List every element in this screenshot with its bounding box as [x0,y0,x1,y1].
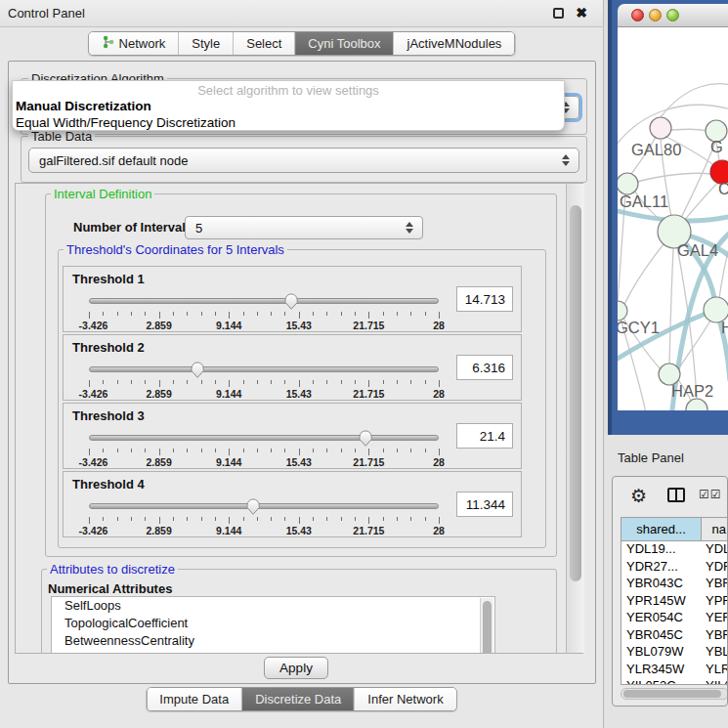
slider-tick [103,517,104,521]
slider-tick [355,517,356,521]
apply-button[interactable]: Apply [264,657,328,679]
bottom-tab-discretize-data[interactable]: Discretize Data [242,688,355,710]
network-node-label: GCY1 [618,319,660,336]
tab-cyni-toolbox[interactable]: Cyni Toolbox [295,32,394,55]
slider-tick-label: 15.43 [286,388,312,400]
slider-tick [159,449,160,455]
attribute-list-item[interactable]: SelfLoops [52,597,494,615]
slider-tick [383,312,384,316]
table-row[interactable]: YBL079WYBL0 [621,644,728,662]
threshold-value-input[interactable] [456,492,513,517]
network-node-label: C [718,180,728,197]
threshold-value-input[interactable] [456,286,513,312]
table-row[interactable]: YDL19...YDL1 [621,541,728,559]
slider-tick [341,380,342,384]
cell-name: YIL0 [702,678,728,685]
slider-tick [355,449,356,452]
network-node[interactable] [618,301,627,321]
slider-tick [425,517,426,521]
slider-tick-label: 28 [433,388,445,400]
node-table: shared... na YDL19...YDL1YDR27...YDR2YBR… [621,517,728,685]
slider-tick [145,517,146,521]
network-node-label: G [710,138,723,155]
zoom-traffic-light[interactable] [666,9,679,21]
network-window-titlebar[interactable] [618,4,728,27]
algorithm-option[interactable]: Equal Width/Frequency Discretization [13,114,564,131]
slider-tick [284,517,285,521]
slider-thumb[interactable] [245,497,261,520]
slider-tick [355,380,356,384]
threshold-label: Threshold 4 [72,477,145,492]
thresholds-group-title: Threshold's Coordinates for 5 Intervals [64,243,287,256]
table-horizontal-scrollbar[interactable] [621,688,728,700]
attributes-list-scrollbar[interactable] [480,598,493,654]
network-icon [102,35,114,52]
slider-thumb[interactable] [283,292,299,315]
slider-tick [397,449,398,452]
slider-tick-label: 28 [433,456,445,468]
column-header-shared-name[interactable]: shared... [621,518,702,540]
network-node[interactable] [618,173,638,194]
tab-style[interactable]: Style [179,32,234,55]
slider-tick-label: 2.859 [146,525,171,536]
number-of-intervals-spinner[interactable]: 5 [185,216,423,239]
network-canvas[interactable]: GAL80GCGAL11GAL4GCY1HHAP2 [618,27,728,410]
table-toolbar: ⚙ ☑☑ [613,477,727,514]
attribute-list-item[interactable]: TopologicalCoefficient [52,615,494,632]
table-row[interactable]: YIL052CYIL0 [621,678,728,685]
network-edge[interactable] [669,232,674,364]
table-row[interactable]: YBR045CYBR0 [621,627,728,645]
threshold-slider[interactable]: -3.4262.8599.14415.4321.71528 [89,361,439,400]
slider-tick [326,312,327,316]
algorithm-prompt-option[interactable]: Select algorithm to view settings [13,81,564,98]
bottom-tab-impute-data[interactable]: Impute Data [147,688,242,710]
tab-jactivemnodules[interactable]: jActiveMNodules [395,32,515,55]
slider-thumb[interactable] [190,361,205,383]
slider-tick [271,449,272,452]
algorithm-option[interactable]: Manual Discretization [13,98,564,114]
threshold-value-input[interactable] [456,355,513,380]
attribute-list-item[interactable]: BetweennessCentrality [52,632,494,650]
bottom-tab-infer-network[interactable]: Infer Network [355,688,455,710]
slider-tick [131,312,132,316]
threshold-value-input[interactable] [456,423,513,449]
numerical-attributes-list[interactable]: SelfLoopsTopologicalCoefficientBetweenne… [51,596,495,654]
settings-vertical-scrollbar[interactable] [566,184,584,653]
slider-tick-label: 21.715 [353,388,384,400]
slider-tick [410,449,411,452]
network-node[interactable] [650,117,671,139]
table-data-combobox[interactable]: galFiltered.sif default node [28,148,579,173]
network-node-label: GAL4 [677,241,718,259]
threshold-slider[interactable]: -3.4262.8599.14415.4321.71528 [89,497,439,536]
minimize-traffic-light[interactable] [649,9,662,21]
slider-tick [383,449,384,452]
table-row[interactable]: YPR145WYPR1 [621,593,728,611]
tab-label: Style [192,36,220,51]
gear-icon[interactable]: ⚙ [630,485,647,506]
table-row[interactable]: YDR27...YDR2 [621,559,728,577]
network-node[interactable] [686,399,707,410]
table-row[interactable]: YBR043CYBR0 [621,576,728,593]
slider-tick [187,517,188,521]
column-header-name[interactable]: na [702,518,728,540]
tab-select[interactable]: Select [234,32,295,55]
threshold-slider[interactable]: -3.4262.8599.14415.4321.71528 [89,429,439,468]
network-edge[interactable] [671,129,706,131]
float-window-icon[interactable] [553,8,564,19]
slider-tick [439,449,440,455]
network-edge[interactable] [661,84,728,117]
close-icon[interactable]: ✖ [576,5,587,21]
slider-thumb[interactable] [358,429,373,451]
threshold-slider[interactable]: -3.4262.8599.14415.4321.71528 [89,292,439,331]
split-columns-icon[interactable] [667,488,685,502]
slider-tick [410,517,411,521]
table-row[interactable]: YLR345WYLR3 [621,662,728,679]
slider-tick [103,380,104,384]
attributes-group-title: Attributes to discretize [47,563,178,576]
close-traffic-light[interactable] [631,9,644,21]
cell-name: YLR3 [702,662,728,679]
slider-tick-label: 21.715 [353,456,384,468]
checkbox-columns-icon[interactable]: ☑☑ [699,488,722,501]
tab-network[interactable]: Network [89,32,180,55]
table-row[interactable]: YER054CYER0 [621,610,728,627]
